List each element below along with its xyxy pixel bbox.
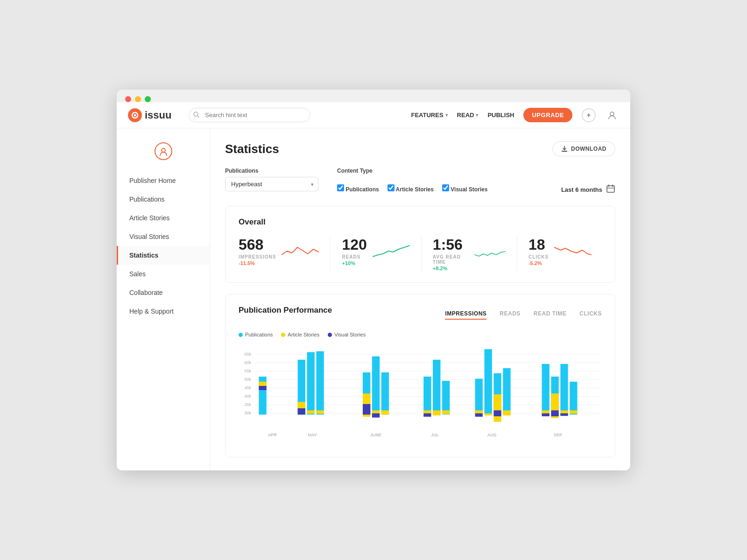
svg-text:45k: 45k [245,385,252,390]
download-label: DOWNLOAD [571,146,606,152]
svg-rect-52 [433,410,440,415]
stat-avg-read-time: 1:56 AVG READ TIME +8.2% [422,236,517,271]
svg-text:30k: 30k [245,411,252,415]
svg-rect-34 [307,352,315,415]
stat-impressions: 568 IMPRESSIONS -11.5% [239,236,331,271]
sidebar-item-publisher-home[interactable]: Publisher Home [117,171,210,190]
publications-select[interactable]: Hyperbeast [225,177,318,191]
svg-line-3 [197,116,199,118]
avg-read-time-label: AVG READ TIME [433,254,469,265]
search-input[interactable] [189,108,310,122]
content-area: Statistics DOWNLOAD Publications Hyperbe… [210,128,630,470]
bar-chart: 65k 60k 55k 50k 45k 40k 35k 30k [239,343,602,446]
features-nav[interactable]: FEATURES ▾ [411,112,447,119]
svg-rect-64 [503,368,510,415]
svg-text:APR: APR [268,433,277,437]
avg-read-time-number: 1:56 [433,236,469,253]
minimize-dot[interactable] [135,96,141,102]
user-icon-button[interactable] [605,108,619,122]
reads-sparkline [373,242,410,260]
tab-reads[interactable]: READS [500,310,521,320]
checkbox-article-stories-input[interactable] [388,184,395,191]
stats-row: 568 IMPRESSIONS -11.5% [239,236,602,271]
publications-select-wrap: Hyperbeast ▾ [225,177,318,191]
logo-icon [128,108,142,122]
tab-read-time[interactable]: READ TIME [534,310,567,320]
avg-read-time-sparkline [474,245,506,263]
svg-rect-60 [485,413,492,416]
svg-text:35k: 35k [245,402,252,407]
tab-clicks[interactable]: CLICKS [579,310,602,320]
content-type-filter: Content Type Publications Article Storie… [337,168,487,196]
sidebar-item-visual-stories[interactable]: Visual Stories [117,227,210,246]
checkbox-visual-stories-label: Visual Stories [451,186,487,193]
close-dot[interactable] [125,96,131,102]
svg-rect-56 [475,379,483,415]
logo-text: issuu [145,109,171,121]
clicks-number: 18 [529,236,549,253]
sidebar-item-article-stories[interactable]: Article Stories [117,209,210,227]
logo[interactable]: issuu [128,108,179,122]
svg-text:JUNE: JUNE [370,433,381,437]
tab-impressions[interactable]: IMPRESSIONS [445,310,486,320]
performance-title: Publication Performance [239,306,332,315]
clicks-change: -5.2% [529,260,549,266]
svg-rect-48 [423,377,431,414]
svg-rect-33 [298,408,305,415]
browser-window: issuu FEATURES ▾ READ ▾ PUBLISH [117,90,630,470]
sidebar-item-sales[interactable]: Sales [117,265,210,283]
sidebar-item-statistics[interactable]: Statistics [117,246,210,265]
legend-dot-publications [239,333,243,337]
stat-reads: 120 READS +10% [331,236,421,271]
svg-rect-41 [363,404,370,415]
legend-publications-label: Publications [245,332,273,337]
publish-label: PUBLISH [487,112,514,119]
filters-row: Publications Hyperbeast ▾ Content Type [225,168,615,196]
calendar-icon [606,184,615,196]
svg-rect-29 [259,386,266,390]
svg-rect-53 [442,381,450,414]
search-icon [193,111,199,119]
publications-filter: Publications Hyperbeast ▾ [225,168,318,191]
publish-nav[interactable]: PUBLISH [487,112,514,119]
overall-title: Overall [239,217,602,227]
checkbox-article-stories-label: Article Stories [396,186,434,193]
svg-rect-37 [316,410,324,413]
legend-visual-stories: Visual Stories [328,332,366,337]
svg-text:40k: 40k [245,394,252,399]
sidebar: Publisher Home Publications Article Stor… [117,128,210,470]
svg-rect-69 [542,413,550,416]
checkbox-visual-stories-input[interactable] [442,184,449,191]
checkbox-publications[interactable]: Publications [337,184,379,193]
upgrade-button[interactable]: UPGRADE [523,108,572,122]
sidebar-item-publications[interactable]: Publications [117,190,210,209]
svg-rect-65 [503,410,510,415]
svg-rect-46 [381,410,389,414]
page-title: Statistics [225,142,279,156]
svg-rect-62 [493,394,501,422]
svg-rect-35 [307,410,315,413]
date-range[interactable]: Last 6 months [561,184,615,196]
svg-text:55k: 55k [245,369,252,373]
topnav: issuu FEATURES ▾ READ ▾ PUBLISH [117,102,630,128]
date-range-label: Last 6 months [561,186,602,193]
read-label: READ [457,112,474,119]
nav-links: FEATURES ▾ READ ▾ PUBLISH UPGRADE + [411,108,619,122]
browser-content: issuu FEATURES ▾ READ ▾ PUBLISH [117,102,630,470]
reads-label: READS [342,254,366,259]
checkbox-article-stories[interactable]: Article Stories [388,184,434,193]
read-nav[interactable]: READ ▾ [457,112,479,119]
stat-clicks: 18 CLICKS -5.2% [517,236,603,271]
legend-dot-visual-stories [328,333,332,337]
checkbox-visual-stories[interactable]: Visual Stories [442,184,488,193]
maximize-dot[interactable] [145,96,151,102]
performance-section: Publication Performance IMPRESSIONS READ… [225,294,615,457]
add-button[interactable]: + [582,108,596,122]
download-button[interactable]: DOWNLOAD [552,141,615,156]
sidebar-item-help-support[interactable]: Help & Support [117,302,210,321]
svg-rect-59 [485,349,492,414]
checkbox-publications-input[interactable] [337,184,344,191]
sidebar-avatar [117,138,210,171]
sidebar-item-collaborate[interactable]: Collaborate [117,283,210,302]
content-header: Statistics DOWNLOAD [225,141,615,156]
